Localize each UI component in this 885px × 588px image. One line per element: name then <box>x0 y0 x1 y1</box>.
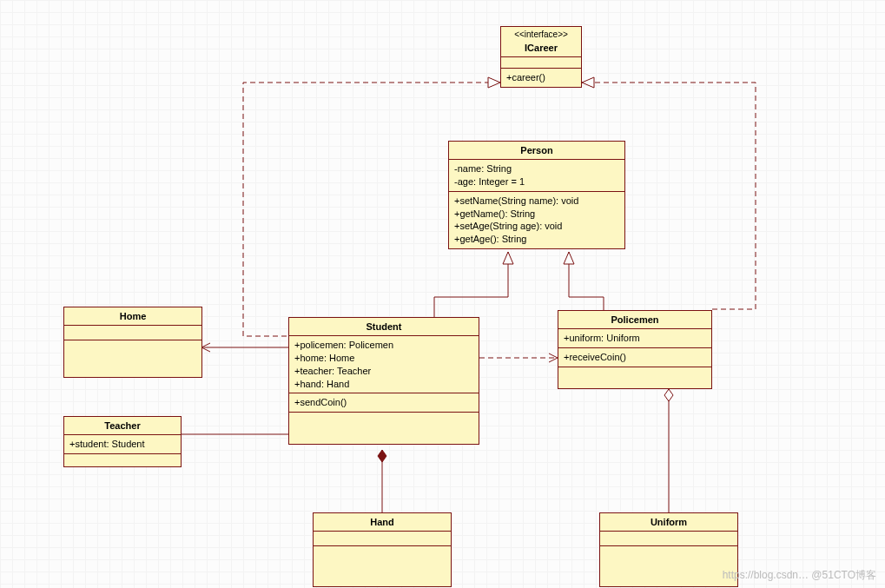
operations <box>64 454 181 466</box>
operations: +receiveCoin() <box>558 348 711 367</box>
class-name: Home <box>64 307 201 326</box>
watermark: https://blog.csdn… @51CTO博客 <box>723 568 876 583</box>
class-hand[interactable]: Hand <box>313 512 452 587</box>
class-name: Person <box>449 142 624 160</box>
stereotype: <<interface>> <box>501 27 581 39</box>
class-student[interactable]: Student +policemen: Policemen +home: Hom… <box>288 317 479 445</box>
class-icareer[interactable]: <<interface>> ICareer +career() <box>500 26 582 88</box>
connectors: Policemen dependency (dashed open arrow)… <box>0 0 885 588</box>
attributes <box>314 532 451 546</box>
attributes: -name: String -age: Integer = 1 <box>449 160 624 192</box>
class-uniform[interactable]: Uniform <box>599 512 738 587</box>
class-name: Student <box>289 318 479 336</box>
class-person[interactable]: Person -name: String -age: Integer = 1 +… <box>448 141 625 249</box>
class-name: Teacher <box>64 417 181 435</box>
blank <box>289 413 479 444</box>
attributes: +student: Student <box>64 435 181 454</box>
operations <box>314 546 451 586</box>
operations <box>600 546 737 586</box>
class-policemen[interactable]: Policemen +uniform: Uniform +receiveCoin… <box>558 310 712 389</box>
class-teacher[interactable]: Teacher +student: Student <box>63 416 182 467</box>
class-name: Uniform <box>600 513 737 532</box>
attributes: +uniform: Uniform <box>558 329 711 348</box>
attributes <box>501 57 581 69</box>
attributes <box>600 532 737 546</box>
class-name: Policemen <box>558 311 711 329</box>
attributes <box>64 326 201 340</box>
operations: +sendCoin() <box>289 393 479 413</box>
operations: +setName(String name): void +getName(): … <box>449 192 624 248</box>
attributes: +policemen: Policemen +home: Home +teach… <box>289 336 479 393</box>
class-home[interactable]: Home <box>63 307 202 378</box>
class-name: Hand <box>314 513 451 532</box>
operations <box>64 340 201 377</box>
blank <box>558 367 711 388</box>
operations: +career() <box>501 69 581 87</box>
class-name: ICareer <box>501 39 581 57</box>
